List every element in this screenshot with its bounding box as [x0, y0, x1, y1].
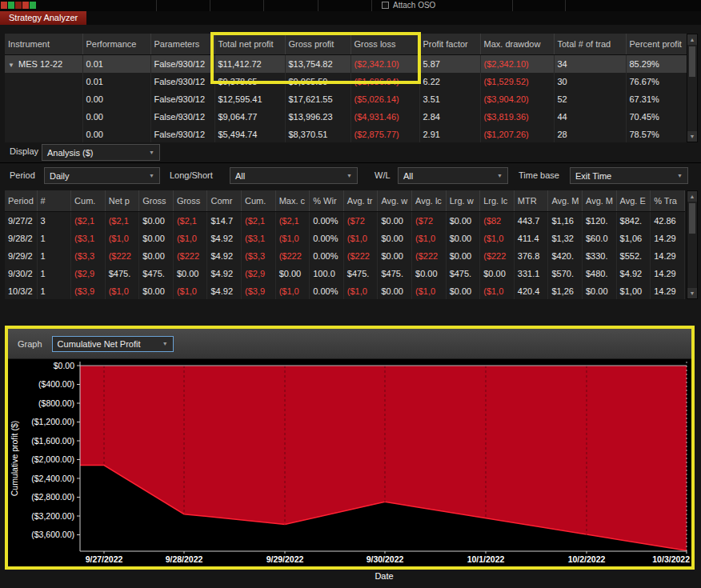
scrollbar-thumb[interactable]	[689, 203, 695, 234]
tab-strategy-analyzer[interactable]: Strategy Analyzer	[0, 11, 86, 25]
table-cell: ($1,529.52)	[480, 73, 554, 90]
column-header[interactable]: Total net profit	[214, 34, 285, 55]
table-cell: 2.91	[419, 126, 480, 142]
table-cell: $0.00	[446, 230, 480, 247]
time-base-dropdown[interactable]: Exit Time▼	[570, 167, 688, 184]
column-header[interactable]: Percent profit	[626, 34, 687, 55]
column-header[interactable]: Avg. tr	[343, 190, 378, 212]
table-cell: 420.4	[514, 282, 548, 299]
table-row[interactable]: 0.00False/930/12$12,595.41$17,621.55($5,…	[5, 90, 687, 108]
table-cell: $570.	[548, 265, 583, 282]
table-cell: ($1,207.26)	[480, 126, 554, 142]
scrollbar-thumb[interactable]	[689, 46, 695, 77]
scroll-down-icon[interactable]: ▼	[687, 131, 697, 142]
column-header[interactable]: Cum.	[71, 190, 106, 212]
table-cell: False/930/12	[150, 90, 214, 108]
y-tick-label: ($1,200.00)	[31, 417, 74, 426]
table-cell: $11,412.72	[214, 55, 285, 74]
results-scrollbar[interactable]: ▲ ▼	[687, 34, 698, 142]
table-row[interactable]: 9/30/21($2,9$475.$475.$0.00$4.92($2,9$0.…	[5, 265, 685, 282]
table-cell: ($1,0	[275, 230, 310, 247]
table-cell: $552.	[616, 247, 651, 265]
wl-dropdown[interactable]: All▼	[398, 167, 508, 184]
table-cell: $475.	[378, 265, 412, 282]
table-row[interactable]: 0.00False/930/12$5,494.74$8,370.51($2,87…	[5, 126, 687, 142]
table-row[interactable]: 9/27/23($2,1($2,1$0.00($2,1$14.7($2,1($2…	[5, 212, 685, 230]
period-label: Period	[10, 170, 35, 180]
table-cell: $13,754.82	[285, 55, 350, 74]
table-row[interactable]: ▼MES 12-220.01False/930/12$11,412.72$13,…	[5, 55, 687, 74]
filter-row: Period Daily▼ Long/Short All▼ W/L All▼ T…	[0, 166, 701, 186]
column-header[interactable]: % Tra	[651, 190, 685, 212]
column-header[interactable]: Avg. lc	[412, 190, 447, 212]
table-cell: $0.00	[412, 265, 447, 282]
column-header[interactable]: Gross profit	[285, 34, 350, 55]
column-header[interactable]: Lrg. w	[446, 190, 480, 212]
attach-oso-label: Attach OSO	[393, 1, 435, 10]
table-cell: ($3,904.20)	[480, 90, 554, 108]
table-cell: $0.00	[139, 247, 174, 265]
periods-scrollbar[interactable]: ▲ ▼	[687, 190, 698, 299]
table-cell: $14.7	[207, 212, 242, 230]
column-header[interactable]: Max. c	[275, 190, 310, 212]
period-dropdown[interactable]: Daily▼	[44, 167, 160, 184]
status-square	[22, 2, 29, 9]
table-cell: False/930/12	[150, 55, 214, 74]
table-cell	[5, 108, 82, 126]
long-short-dropdown[interactable]: All▼	[230, 167, 358, 184]
table-cell: ($1,0	[275, 282, 310, 299]
column-header[interactable]: Cum.	[242, 190, 276, 212]
column-header[interactable]: % Wir	[310, 190, 344, 212]
column-header[interactable]: Avg. w	[378, 190, 412, 212]
column-header[interactable]: Instrument	[5, 34, 82, 55]
column-header[interactable]: Max. drawdow	[480, 34, 554, 55]
table-cell: $0.00	[173, 265, 207, 282]
scroll-down-icon[interactable]: ▼	[687, 288, 697, 298]
column-header[interactable]: Lrg. lc	[480, 190, 515, 212]
chart-canvas: $0.00($400.00)($800.00)($1,200.00)($1,60…	[8, 359, 691, 566]
table-cell: $1,32	[548, 230, 583, 247]
table-cell: 331.1	[514, 265, 548, 282]
divider	[512, 0, 513, 11]
table-cell: 30	[554, 73, 626, 90]
column-header[interactable]: MTR	[514, 190, 548, 212]
graph-label: Graph	[18, 339, 42, 349]
table-cell: ($2,1	[242, 212, 276, 230]
column-header[interactable]: Period	[5, 190, 37, 212]
column-header[interactable]: Gross	[139, 190, 174, 212]
attach-oso-option: Attach OSO	[382, 1, 435, 10]
scroll-up-icon[interactable]: ▲	[687, 34, 697, 45]
table-row[interactable]: 10/3/21($3,9($1,0$0.00($1,0$4.92($3,9($1…	[5, 282, 685, 299]
column-header[interactable]: Performance	[82, 34, 150, 55]
column-header[interactable]: Avg. M	[548, 190, 583, 212]
column-header[interactable]: Avg. E	[616, 190, 651, 212]
column-header[interactable]: Gross	[173, 190, 207, 212]
table-cell: $60.0	[583, 230, 617, 247]
column-header[interactable]: Total # of trad	[554, 34, 626, 55]
divider	[318, 0, 318, 11]
display-dropdown[interactable]: Analysis ($) ▼	[42, 144, 160, 161]
table-row[interactable]: 0.01False/930/12$9,378.65$9,065.59($1,68…	[5, 73, 687, 90]
graph-type-dropdown[interactable]: Cumulative Net Profit ▼	[52, 336, 174, 352]
column-header[interactable]: Profit factor	[419, 34, 480, 55]
table-cell: $5,494.74	[214, 126, 285, 142]
table-cell: $9,378.65	[214, 73, 285, 90]
row-expander-icon[interactable]: ▼	[8, 62, 18, 69]
column-header[interactable]: Gross loss	[350, 34, 419, 55]
table-cell: 9/28/2	[5, 230, 37, 247]
chevron-down-icon: ▼	[677, 173, 683, 178]
table-cell: 0.00%	[310, 282, 344, 299]
table-row[interactable]: 9/29/21($3,3($222$0.00($222$4.92($3,3($2…	[5, 247, 685, 265]
scroll-up-icon[interactable]: ▲	[687, 191, 697, 202]
attach-oso-checkbox[interactable]	[382, 2, 389, 9]
column-header[interactable]: Parameters	[150, 34, 214, 55]
column-header[interactable]: Avg. M	[583, 190, 617, 212]
table-row[interactable]: 9/28/21($3,1($1,0$0.00($1,0$4.92($3,1($1…	[5, 230, 685, 247]
column-header[interactable]: Comr	[207, 190, 242, 212]
cumulative-profit-chart[interactable]: $0.00($400.00)($800.00)($1,200.00)($1,60…	[8, 359, 691, 566]
table-cell: ($1,0	[412, 230, 447, 247]
column-header[interactable]: Net p	[105, 190, 139, 212]
table-cell: $475.	[105, 265, 139, 282]
column-header[interactable]: #	[37, 190, 71, 212]
table-row[interactable]: 0.00False/930/12$9,064.77$13,996.23($4,9…	[5, 108, 687, 126]
